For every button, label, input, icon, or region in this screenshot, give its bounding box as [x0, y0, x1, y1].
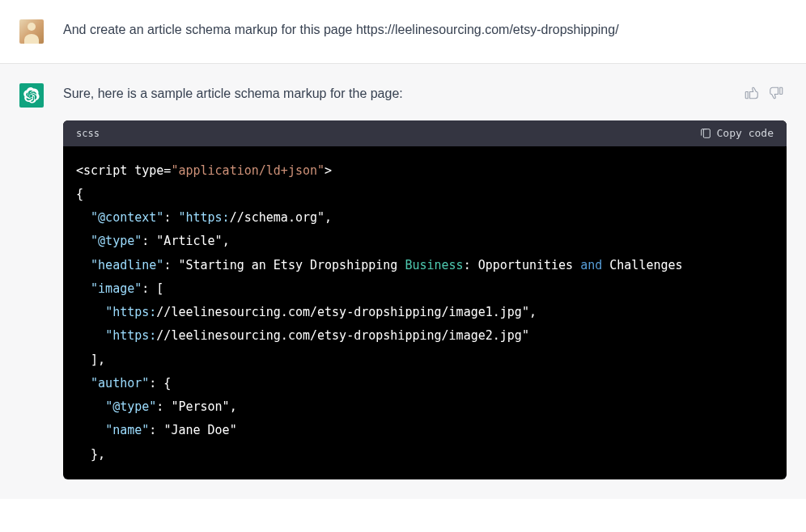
user-message: And create an article schema markup for …: [0, 0, 806, 63]
thumbs-down-icon: [770, 86, 784, 100]
thumbs-down-button[interactable]: [767, 83, 787, 103]
svg-rect-0: [703, 129, 710, 137]
user-avatar: [19, 19, 44, 44]
code-language-label: scss: [76, 128, 100, 139]
user-link[interactable]: https://leelinesourcing.com/etsy-dropshi…: [356, 23, 619, 36]
thumbs-up-icon: [744, 86, 758, 100]
thumbs-up-button[interactable]: [741, 83, 761, 103]
clipboard-icon: [699, 127, 712, 140]
user-text-pre: And create an article schema markup for …: [63, 23, 356, 36]
code-block: scss Copy code <script type="application…: [63, 120, 787, 479]
copy-code-button[interactable]: Copy code: [699, 127, 774, 140]
assistant-content: Sure, here is a sample article schema ma…: [63, 83, 787, 479]
assistant-avatar: [19, 83, 44, 108]
assistant-intro-text: Sure, here is a sample article schema ma…: [63, 83, 787, 104]
feedback-buttons: [741, 83, 787, 103]
code-content[interactable]: <script type="application/ld+json"> { "@…: [63, 146, 787, 479]
assistant-message: Sure, here is a sample article schema ma…: [0, 63, 806, 499]
code-header: scss Copy code: [63, 120, 787, 146]
user-message-text: And create an article schema markup for …: [63, 19, 787, 44]
openai-logo-icon: [23, 87, 40, 103]
copy-label: Copy code: [717, 127, 774, 139]
